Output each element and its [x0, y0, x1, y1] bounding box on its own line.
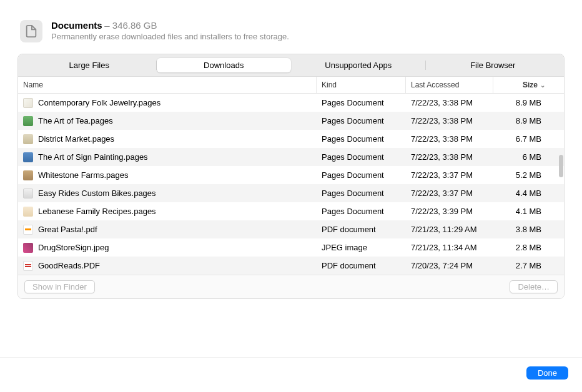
- cell-kind: Pages Document: [317, 134, 406, 144]
- documents-icon: [20, 20, 42, 42]
- cell-name: GoodReads.PDF: [18, 261, 317, 271]
- table-row[interactable]: Lebanese Family Recipes.pagesPages Docum…: [18, 202, 564, 220]
- col-size[interactable]: Size ⌄: [493, 77, 553, 93]
- cell-kind: Pages Document: [317, 207, 406, 216]
- file-name: District Market.pages: [38, 134, 114, 144]
- file-icon: [23, 152, 33, 162]
- cell-kind: Pages Document: [317, 189, 406, 198]
- cell-name: Whitestone Farms.pages: [18, 170, 317, 180]
- cell-last-accessed: 7/22/23, 3:38 PM: [406, 134, 493, 144]
- file-name: Lebanese Family Recipes.pages: [38, 207, 156, 216]
- cell-last-accessed: 7/22/23, 3:39 PM: [406, 207, 493, 216]
- file-name: Whitestone Farms.pages: [38, 170, 129, 180]
- file-name: Contemporary Folk Jewelry.pages: [38, 98, 160, 107]
- storage-size: – 346.86 GB: [104, 20, 157, 31]
- cell-name: District Market.pages: [18, 134, 317, 144]
- file-icon: [23, 98, 33, 108]
- cell-size: 6 MB: [493, 152, 553, 162]
- cell-last-accessed: 7/22/23, 3:38 PM: [406, 152, 493, 162]
- cell-name: The Art of Sign Painting.pages: [18, 152, 317, 162]
- file-icon: [23, 170, 33, 180]
- done-button[interactable]: Done: [526, 366, 568, 380]
- cell-name: Lebanese Family Recipes.pages: [18, 207, 317, 217]
- bottom-bar: Show in Finder Delete…: [18, 275, 564, 298]
- cell-size: 5.2 MB: [493, 170, 553, 180]
- cell-size: 8.9 MB: [493, 98, 553, 107]
- table-row[interactable]: The Art of Sign Painting.pagesPages Docu…: [18, 148, 564, 166]
- cell-kind: Pages Document: [317, 170, 406, 180]
- cell-kind: Pages Document: [317, 116, 406, 125]
- footer: Done: [0, 357, 582, 392]
- tab-file-browser[interactable]: File Browser: [426, 58, 561, 72]
- sort-chevron-icon: ⌄: [540, 82, 545, 89]
- table-row[interactable]: Easy Rides Custom Bikes.pagesPages Docum…: [18, 184, 564, 202]
- cell-size: 4.4 MB: [493, 189, 553, 198]
- cell-last-accessed: 7/21/23, 11:34 AM: [406, 243, 493, 252]
- table-body[interactable]: Contemporary Folk Jewelry.pagesPages Doc…: [18, 94, 564, 275]
- cell-name: Great Pasta!.pdf: [18, 225, 317, 235]
- tab-unsupported-apps[interactable]: Unsupported Apps: [291, 58, 426, 72]
- cell-name: DrugStoreSign.jpeg: [18, 243, 317, 253]
- cell-last-accessed: 7/21/23, 11:29 AM: [406, 225, 493, 234]
- file-icon: [23, 261, 33, 271]
- file-icon: [23, 116, 33, 126]
- table-row[interactable]: The Art of Tea.pagesPages Document7/22/2…: [18, 112, 564, 130]
- storage-management-window: Documents – 346.86 GB Permanently erase …: [0, 0, 582, 392]
- file-name: Great Pasta!.pdf: [38, 225, 97, 234]
- cell-kind: JPEG image: [317, 243, 406, 252]
- cell-last-accessed: 7/22/23, 3:38 PM: [406, 98, 493, 107]
- col-name[interactable]: Name: [18, 77, 317, 93]
- table-row[interactable]: GoodReads.PDFPDF document7/20/23, 7:24 P…: [18, 257, 564, 275]
- cell-kind: PDF document: [317, 225, 406, 234]
- file-name: GoodReads.PDF: [38, 261, 100, 270]
- cell-kind: PDF document: [317, 261, 406, 270]
- file-name: The Art of Sign Painting.pages: [38, 152, 148, 162]
- tab-downloads[interactable]: Downloads: [157, 58, 292, 72]
- file-name: The Art of Tea.pages: [38, 116, 113, 125]
- header-text: Documents – 346.86 GB Permanently erase …: [51, 20, 289, 41]
- file-icon: [23, 225, 33, 235]
- cell-size: 2.7 MB: [493, 261, 553, 270]
- cell-name: Easy Rides Custom Bikes.pages: [18, 189, 317, 198]
- tab-large-files[interactable]: Large Files: [22, 58, 157, 72]
- cell-size: 6.7 MB: [493, 134, 553, 144]
- cell-kind: Pages Document: [317, 152, 406, 162]
- file-table: Name Kind Last Accessed Size ⌄ Contempor…: [18, 77, 564, 275]
- cell-last-accessed: 7/22/23, 3:37 PM: [406, 170, 493, 180]
- cell-last-accessed: 7/22/23, 3:38 PM: [406, 116, 493, 125]
- file-icon: [23, 207, 33, 217]
- header: Documents – 346.86 GB Permanently erase …: [0, 0, 582, 54]
- page-title: Documents: [51, 20, 102, 31]
- col-kind[interactable]: Kind: [317, 77, 406, 93]
- cell-last-accessed: 7/22/23, 3:37 PM: [406, 189, 493, 198]
- cell-size: 3.8 MB: [493, 225, 553, 234]
- cell-name: The Art of Tea.pages: [18, 116, 317, 126]
- file-icon: [23, 243, 33, 253]
- subtitle: Permanently erase downloaded files and i…: [51, 32, 289, 41]
- delete-button[interactable]: Delete…: [510, 280, 558, 293]
- file-icon: [23, 189, 33, 198]
- cell-size: 8.9 MB: [493, 116, 553, 125]
- table-row[interactable]: Contemporary Folk Jewelry.pagesPages Doc…: [18, 94, 564, 112]
- file-icon: [23, 134, 33, 144]
- file-name: DrugStoreSign.jpeg: [38, 243, 109, 252]
- cell-last-accessed: 7/20/23, 7:24 PM: [406, 261, 493, 270]
- content-panel: Large Files Downloads Unsupported Apps F…: [17, 54, 565, 299]
- table-header: Name Kind Last Accessed Size ⌄: [18, 77, 564, 94]
- cell-size: 4.1 MB: [493, 207, 553, 216]
- cell-name: Contemporary Folk Jewelry.pages: [18, 98, 317, 108]
- table-row[interactable]: Great Pasta!.pdfPDF document7/21/23, 11:…: [18, 220, 564, 238]
- cell-size: 2.8 MB: [493, 243, 553, 252]
- scrollbar-thumb[interactable]: [559, 155, 563, 177]
- col-last-accessed[interactable]: Last Accessed: [406, 77, 493, 93]
- cell-kind: Pages Document: [317, 98, 406, 107]
- table-row[interactable]: DrugStoreSign.jpegJPEG image7/21/23, 11:…: [18, 238, 564, 257]
- file-name: Easy Rides Custom Bikes.pages: [38, 189, 156, 198]
- tab-bar: Large Files Downloads Unsupported Apps F…: [18, 54, 564, 77]
- show-in-finder-button[interactable]: Show in Finder: [24, 280, 95, 293]
- table-row[interactable]: District Market.pagesPages Document7/22/…: [18, 130, 564, 148]
- table-row[interactable]: Whitestone Farms.pagesPages Document7/22…: [18, 166, 564, 184]
